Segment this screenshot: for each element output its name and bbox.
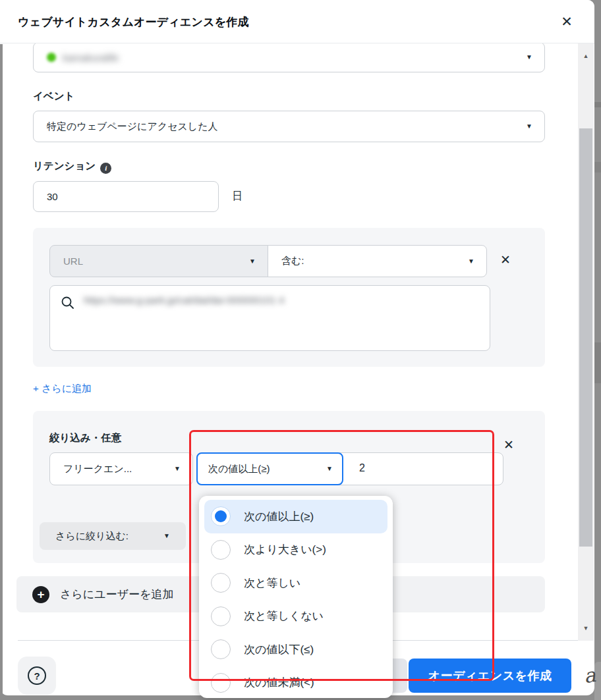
url-operator-value: 含む: [281,255,304,267]
retention-label: リテンションi [33,159,111,174]
menu-option[interactable]: 次の値未満(<) [204,666,387,699]
pixel-name-blurred: kamakuralife [63,52,119,63]
menu-option-label: 次と等しくない [244,608,324,624]
scroll-up-icon[interactable]: ▲ [578,47,594,65]
url-operator-select[interactable]: 含む: ▼ [268,245,487,277]
modal-header: ウェブサイトカスタムオーディエンスを作成 ✕ [0,0,594,43]
help-button[interactable]: ? [18,657,56,695]
add-more-link[interactable]: + さらに追加 [33,383,92,395]
backdrop-left-strip [0,44,3,695]
further-refine-label: さらに絞り込む: [55,530,129,543]
retention-days-input[interactable]: 30 [33,181,219,212]
pixel-select[interactable]: kamakuralife ▼ [33,42,545,72]
menu-option[interactable]: 次の値以上(≥) [204,500,387,533]
search-icon [61,296,74,310]
comparison-operator-select[interactable]: 次の値以上(≥) ▼ [196,452,343,485]
menu-option-label: 次の値以上(≥) [244,509,314,524]
event-select[interactable]: 特定のウェブページにアクセスした人 ▼ [33,111,545,142]
close-icon[interactable]: ✕ [557,12,577,32]
scrollbar[interactable]: ▲ ▼ [578,43,594,641]
menu-option[interactable]: 次と等しい [204,566,387,600]
remove-url-rule-icon[interactable]: ✕ [500,254,511,266]
menu-option-label: 次の値以下(≤) [244,642,314,657]
backdrop-band [594,102,601,107]
scroll-down-icon[interactable]: ▼ [578,620,594,637]
retention-label-text: リテンション [33,160,96,171]
plus-icon: + [32,586,49,603]
refine-label: 絞り込み・任意 [49,431,121,445]
event-label: イベント [33,90,74,103]
create-audience-button[interactable]: オーディエンスを作成 [409,659,571,693]
help-icon: ? [28,666,46,685]
chevron-down-icon: ▼ [163,533,170,539]
add-users-label: さらにユーザーを追加 [60,587,173,602]
pixel-status-dot-icon [47,53,56,62]
backdrop-band [594,162,601,173]
radio-icon [211,540,231,560]
radio-icon [211,606,231,626]
backdrop-band [594,342,601,383]
radio-icon [211,639,231,659]
comparison-value-row: 次の値以上(≥) ▼ 2 [196,452,503,485]
chevron-down-icon: ▼ [326,466,333,472]
frequency-metric-select[interactable]: フリークエン... ▼ [49,452,193,485]
chevron-down-icon: ▼ [468,258,474,265]
comparison-operator-value: 次の値以上(≥) [208,463,270,475]
chevron-down-icon: ▼ [174,466,181,472]
radio-icon [211,573,231,593]
pixel-chip: kamakuralife [47,52,119,63]
modal-title: ウェブサイトカスタムオーディエンスを作成 [18,14,249,30]
chevron-down-icon: ▼ [526,123,532,130]
radio-icon [211,673,231,693]
menu-option-label: 次より大きい(>) [244,542,326,557]
frequency-metric-value: フリークエン... [63,463,132,475]
info-icon[interactable]: i [100,163,111,174]
menu-option[interactable]: 次と等しくない [204,600,387,633]
url-field-value: URL [63,256,83,267]
menu-option-label: 次の値未満(<) [244,675,314,690]
menu-option[interactable]: 次の値以下(≤) [204,633,387,666]
remove-refine-icon[interactable]: ✕ [503,439,514,451]
menu-option[interactable]: 次より大きい(>) [204,533,387,567]
chevron-down-icon: ▼ [249,258,256,265]
url-search-box[interactable]: https://www.g-park.jp/cat/dai/dai-000000… [49,285,490,351]
comparison-menu: 次の値以上(≥) 次より大きい(>) 次と等しい 次と等しくない 次の値以下(≤… [199,496,393,698]
menu-option-label: 次と等しい [244,576,300,591]
scrollbar-thumb[interactable] [579,128,592,547]
chevron-down-icon: ▼ [526,54,532,61]
url-field-select[interactable]: URL ▼ [49,245,268,277]
create-audience-modal: ウェブサイトカスタムオーディエンスを作成 ✕ kamakuralife ▼ イベ… [0,0,594,695]
retention-unit-label: 日 [232,190,243,203]
url-value-blurred: https://www.g-park.jp/cat/dai/dai-000000… [84,294,284,306]
event-select-value: 特定のウェブページにアクセスした人 [47,121,218,133]
radio-icon [211,506,231,526]
retention-days-value: 30 [47,191,58,202]
comparison-number-input[interactable]: 2 [359,462,365,474]
further-refine-button[interactable]: さらに絞り込む: ▼ [40,522,186,550]
